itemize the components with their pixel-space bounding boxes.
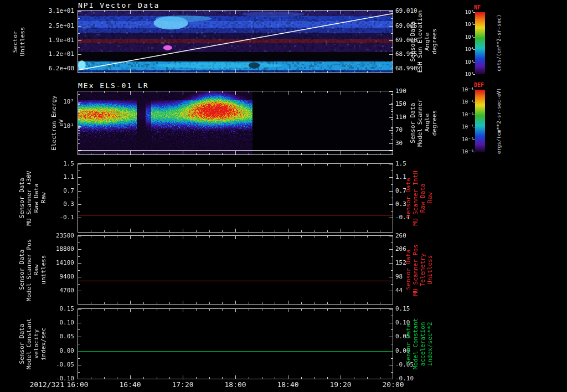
tick-mark <box>275 236 275 238</box>
tick-mark <box>222 377 223 379</box>
tick-mark <box>157 11 157 12</box>
tick-mark <box>143 153 144 154</box>
tick-mark <box>91 91 91 93</box>
def-colorbar-title: DEF <box>474 82 491 88</box>
axis-label-line: Model Constant <box>413 318 419 370</box>
tick-mark <box>389 379 393 379</box>
axis-label-line: Telemetry <box>420 254 426 287</box>
axis-label-line: Raw <box>33 265 40 276</box>
def-colorbar <box>475 90 485 152</box>
tick-mark <box>78 164 81 164</box>
tick-mark <box>262 11 262 12</box>
axis-label-line: Raw <box>40 193 47 204</box>
x-tick-label: 20:00 <box>371 380 415 389</box>
colorbar-tick-label: 10⁷ <box>446 9 474 15</box>
colorbar-tick-label: 10⁶ <box>446 22 474 27</box>
tick-mark <box>235 11 236 14</box>
right-axis-label: Sensor DataModel Constantaccelerationind… <box>405 318 434 370</box>
tick-mark <box>169 153 170 154</box>
tick-mark <box>78 277 81 277</box>
npi-spectrogram-panel <box>78 10 393 73</box>
tick-mark <box>183 69 183 73</box>
tick-mark <box>78 133 80 134</box>
axis-label-line: Sensor Data <box>405 250 412 290</box>
tick-mark <box>183 164 183 167</box>
tick-mark <box>209 236 210 238</box>
tick-mark <box>275 309 275 311</box>
tick-mark <box>275 230 275 232</box>
tick-mark <box>169 11 170 12</box>
tick-mark <box>380 230 380 232</box>
tick-mark <box>389 323 393 323</box>
tick-mark <box>130 309 131 312</box>
tick-mark <box>391 106 393 106</box>
tick-mark <box>262 230 262 232</box>
tick-mark <box>473 12 475 13</box>
tick-mark <box>389 337 393 337</box>
tick-mark <box>91 309 91 311</box>
tick-mark <box>183 229 183 232</box>
tick-mark <box>249 230 249 232</box>
tick-mark <box>391 358 393 359</box>
tick-mark <box>117 91 117 93</box>
tick-mark <box>315 302 315 304</box>
axis-label-line: degrees <box>431 29 438 54</box>
right-axis-label: Sensor DataMU Scanner IntHRaw DataRaw <box>405 171 434 225</box>
data-line <box>78 281 393 281</box>
tick-mark <box>78 263 81 264</box>
model-constant-velocity-panel <box>78 308 393 379</box>
data-line <box>78 351 393 352</box>
tick-mark <box>262 377 262 379</box>
tick-mark <box>209 11 210 12</box>
tick-mark <box>275 302 275 304</box>
tick-mark <box>288 164 288 167</box>
tick-mark <box>389 309 393 310</box>
tick-mark <box>367 230 368 232</box>
axis-label-line: Raw <box>427 193 434 204</box>
tick-mark <box>78 40 81 41</box>
tick-mark <box>78 106 80 106</box>
tick-mark <box>117 164 117 166</box>
tick-mark <box>196 71 197 73</box>
tick-mark <box>209 302 210 304</box>
tick-mark <box>327 302 328 304</box>
tick-mark <box>143 91 144 93</box>
tick-mark <box>130 69 131 73</box>
y-tick-label: 0.15 <box>31 306 74 312</box>
colorbar-tick-label: 10² <box>446 71 474 77</box>
tick-mark <box>78 309 81 310</box>
tick-mark <box>104 309 105 311</box>
tick-mark <box>78 107 80 107</box>
tick-mark <box>104 153 105 154</box>
tick-mark <box>169 309 170 311</box>
tick-mark <box>157 236 157 238</box>
tick-mark <box>367 71 368 73</box>
tick-mark <box>78 136 80 136</box>
axis-label-line: Sensor Data <box>19 178 25 218</box>
tick-mark <box>117 236 117 238</box>
tick-mark <box>78 177 81 178</box>
axis-label-line: Electron Energy <box>51 95 58 150</box>
tick-mark <box>196 302 197 304</box>
tick-mark <box>183 151 183 154</box>
axis-label-line: Sensor Data <box>19 250 25 290</box>
tick-mark <box>78 126 81 127</box>
colorbar-tick-label: 10⁻⁵ <box>446 99 474 105</box>
tick-mark <box>327 11 328 12</box>
els-spectrogram-panel <box>78 91 393 155</box>
colorbar-tick-label: 10⁵ <box>446 34 474 40</box>
tick-mark <box>354 309 354 311</box>
tick-mark <box>222 309 223 311</box>
tick-mark <box>354 302 354 304</box>
tick-mark <box>380 377 380 379</box>
tick-mark <box>78 33 80 34</box>
tick-mark <box>391 119 393 120</box>
tick-mark <box>249 236 249 238</box>
tick-mark <box>389 218 393 218</box>
tick-mark <box>275 377 275 379</box>
axis-label-line: Raw Data <box>33 183 40 213</box>
tick-mark <box>104 230 105 232</box>
tick-mark <box>235 236 236 239</box>
tick-mark <box>78 103 80 104</box>
panel1-title: NPI Vector Data <box>78 1 159 9</box>
